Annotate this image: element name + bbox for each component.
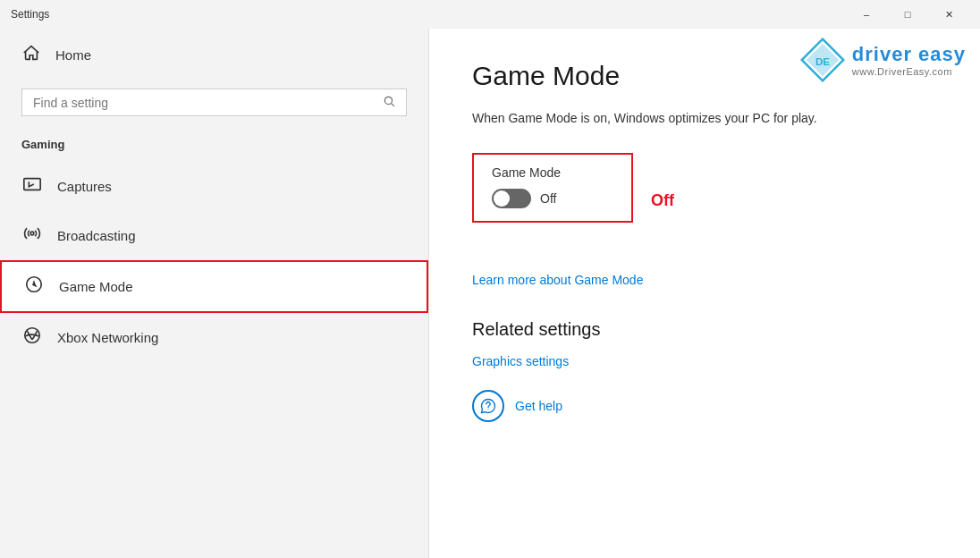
search-button[interactable] [383, 95, 395, 110]
svg-line-1 [392, 104, 394, 106]
watermark-brand: driver easy [852, 43, 966, 66]
sidebar-captures-label: Captures [57, 179, 112, 194]
learn-more-link[interactable]: Learn more about Game Mode [472, 273, 937, 287]
sidebar-item-broadcasting[interactable]: Broadcasting [0, 211, 428, 260]
sidebar-xbox-label: Xbox Networking [57, 330, 158, 345]
gamemode-icon [23, 275, 45, 299]
sidebar-home-label: Home [55, 47, 91, 63]
off-status-label: Off [651, 191, 674, 210]
maximize-button[interactable]: □ [887, 0, 928, 29]
game-mode-box: Game Mode Off [472, 153, 633, 223]
minimize-button[interactable]: – [846, 0, 887, 29]
sidebar: Home Gaming Captures [0, 29, 429, 558]
sidebar-item-captures[interactable]: Captures [0, 162, 428, 211]
related-settings-title: Related settings [472, 319, 937, 340]
svg-text:DE: DE [815, 55, 830, 67]
app-body: Home Gaming Captures [0, 29, 980, 558]
search-box [21, 89, 407, 116]
watermark-logo-icon: DE [800, 38, 845, 82]
svg-point-3 [30, 232, 34, 235]
broadcasting-icon [21, 224, 43, 248]
help-icon-circle [472, 390, 504, 422]
watermark-url: www.DriverEasy.com [852, 66, 966, 77]
sidebar-item-home[interactable]: Home [0, 29, 428, 81]
search-input[interactable] [33, 96, 383, 110]
sidebar-broadcasting-label: Broadcasting [57, 228, 136, 243]
title-bar: Settings – □ ✕ [0, 0, 980, 29]
watermark: DE driver easy www.DriverEasy.com [800, 38, 966, 82]
captures-icon [21, 174, 43, 199]
svg-point-0 [384, 97, 392, 104]
page-description: When Game Mode is on, Windows optimizes … [472, 109, 937, 128]
svg-point-12 [487, 409, 488, 410]
sidebar-game-mode-label: Game Mode [59, 279, 133, 294]
sidebar-item-game-mode[interactable]: Game Mode [0, 260, 428, 313]
sidebar-section-title: Gaming [0, 131, 428, 162]
close-button[interactable]: ✕ [928, 0, 969, 29]
help-row: Get help [472, 390, 937, 422]
game-mode-toggle[interactable] [492, 189, 531, 208]
get-help-link[interactable]: Get help [515, 399, 562, 413]
home-icon [21, 43, 41, 67]
toggle-knob [494, 190, 510, 207]
graphics-settings-link[interactable]: Graphics settings [472, 354, 937, 368]
help-chat-icon [480, 398, 496, 414]
watermark-text: driver easy www.DriverEasy.com [852, 43, 966, 77]
app-title: Settings [11, 8, 49, 21]
svg-point-7 [33, 283, 35, 285]
sidebar-item-xbox-networking[interactable]: Xbox Networking [0, 313, 428, 362]
game-mode-box-title: Game Mode [492, 165, 613, 180]
content-area: DE driver easy www.DriverEasy.com Game M… [429, 29, 980, 558]
toggle-row: Off [492, 189, 613, 208]
xbox-icon [21, 326, 43, 350]
window-controls: – □ ✕ [846, 0, 969, 29]
toggle-label: Off [540, 191, 556, 206]
